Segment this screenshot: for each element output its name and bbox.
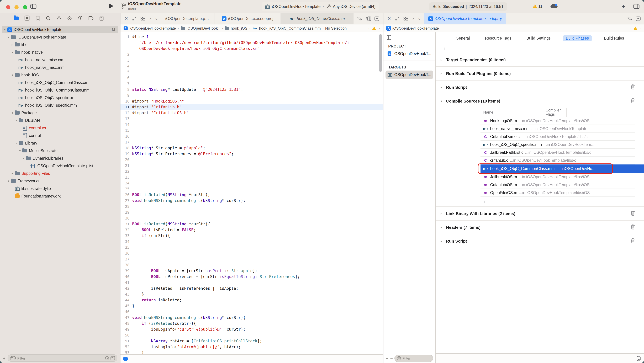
file-tree-row[interactable]: m+hook_iOS_ObjC_CommonClass.mm xyxy=(2,86,118,94)
breadcrumb-project[interactable]: A iOSOpenDevHookTemplate xyxy=(386,26,439,31)
toggle-inspector-icon[interactable] xyxy=(633,4,640,9)
disclosure-closed-icon[interactable]: ▸ xyxy=(440,212,442,215)
code-line[interactable]: 18NSString* Str_apple = @"apple"; xyxy=(120,145,383,151)
line-number[interactable]: 44 xyxy=(120,297,132,303)
issue-warning-icon[interactable] xyxy=(372,26,376,30)
code-line[interactable]: 8static NSString* LastUpdate = @"2024112… xyxy=(120,87,383,92)
toggle-bottom-panel-icon[interactable] xyxy=(637,356,640,361)
code-line[interactable]: 7 xyxy=(120,81,383,87)
line-number[interactable]: 50 xyxy=(120,332,132,338)
line-number[interactable]: 32 xyxy=(120,227,132,233)
remove-target-minus-icon[interactable]: − xyxy=(390,356,393,361)
disclosure-closed-icon[interactable]: ▸ xyxy=(440,72,442,75)
line-number[interactable]: 3 xyxy=(120,57,132,63)
breadcrumb-item[interactable]: AiOSOpenDevHookTemplate xyxy=(123,26,176,31)
code-line[interactable]: 15 xyxy=(120,128,383,133)
compile-source-row[interactable]: CCrifanLibDemo.c...in iOSOpenDevHookTemp… xyxy=(480,133,635,141)
editor-tab[interactable]: AiOSOpenDe...e.xcodeproj xyxy=(214,13,281,24)
build-phase-header[interactable]: ▾Compile Sources (10 items) xyxy=(436,94,644,108)
code-line[interactable]: 42 isRelated = isPreferences || isApple; xyxy=(120,286,383,292)
breadcrumb-item[interactable]: m+hook_iOS_ObjC_CommonClass.mm xyxy=(252,26,320,31)
file-tree-row[interactable]: ▾Frameworks xyxy=(2,177,118,185)
source-control-icon[interactable] xyxy=(24,15,30,21)
code-line[interactable]: OSOpenDevHookTemplate/hook_iOS_ObjC_Comm… xyxy=(120,46,383,52)
disclosure-open-icon[interactable]: ▾ xyxy=(22,157,26,160)
tab-xcodeproj[interactable]: A iOSOpenDevHookTemplate.xcodeproj xyxy=(424,13,506,24)
line-number[interactable]: 30 xyxy=(120,215,132,221)
line-number[interactable]: 24 xyxy=(120,180,132,186)
code-line[interactable]: 51 NSArray *btArr = [CrifanLibiOS printC… xyxy=(120,338,383,344)
line-number[interactable]: 31 xyxy=(120,221,132,227)
editor-layout-grid-icon[interactable] xyxy=(140,16,145,21)
line-number[interactable]: 33 xyxy=(120,233,132,239)
remove-source-minus-icon[interactable]: − xyxy=(490,199,493,205)
line-number[interactable]: 27 xyxy=(120,198,132,204)
add-editor-icon[interactable] xyxy=(374,16,379,21)
line-number[interactable]: 23 xyxy=(120,174,132,180)
line-number[interactable]: 42 xyxy=(120,286,132,292)
delete-phase-trash-icon[interactable] xyxy=(630,84,635,89)
file-tree-row[interactable]: ▾DEBIAN xyxy=(2,117,118,124)
code-line[interactable]: 52 iosLogInfo("btArr=%{public}@", btArr)… xyxy=(120,344,383,350)
delete-phase-trash-icon[interactable] xyxy=(630,238,635,243)
file-tree-row[interactable]: m+hook_iOS_ObjC_CommonClass.xm xyxy=(2,79,118,86)
disclosure-closed-icon[interactable]: ▸ xyxy=(440,85,442,89)
disclosure-open-icon[interactable]: ▾ xyxy=(7,35,10,39)
file-tree-row[interactable]: control.txt xyxy=(2,124,118,132)
disclosure-open-icon[interactable]: ▾ xyxy=(11,50,14,54)
line-number[interactable]: 35 xyxy=(120,245,132,251)
disclosure-closed-icon[interactable]: ▸ xyxy=(440,226,442,229)
code-line[interactable]: 45} xyxy=(120,303,383,309)
next-issue-icon[interactable]: › xyxy=(379,26,380,30)
file-tree-row[interactable]: m+hook_native_misc.mm xyxy=(2,64,118,71)
disclosure-closed-icon[interactable]: ▸ xyxy=(11,172,14,175)
code-line[interactable]: 36 xyxy=(120,251,383,256)
toggle-navigator-icon[interactable] xyxy=(30,4,36,9)
line-number[interactable]: 22 xyxy=(120,169,132,174)
add-item-plus-icon[interactable]: + xyxy=(622,3,625,10)
code-line[interactable]: 49 iosLogInfo("curStr=%{public}@", curSt… xyxy=(120,327,383,332)
breadcrumb-item[interactable]: iOSOpenDevHookT xyxy=(180,26,220,30)
code-line[interactable]: 24 xyxy=(120,180,383,186)
line-number[interactable]: 7 xyxy=(120,81,132,87)
navigator-filter-field[interactable]: Filter xyxy=(8,355,117,362)
add-build-phase-plus-icon[interactable]: + xyxy=(443,45,446,51)
code-line[interactable]: 41 xyxy=(120,280,383,286)
line-number[interactable]: 19 xyxy=(120,151,132,157)
file-tree-row[interactable]: m+hook_iOS_ObjC_specific.xm xyxy=(2,94,118,101)
breadcrumb-item[interactable]: hook_iOS xyxy=(224,26,248,30)
build-phase-header[interactable]: ▸Run Script xyxy=(436,80,644,94)
zoom-window-button[interactable] xyxy=(23,5,27,9)
file-tree-row[interactable]: ▾Library xyxy=(2,139,118,147)
compile-source-row[interactable]: mHookLogiOS.m...in iOSOpenDevHookTemplat… xyxy=(480,117,635,125)
build-phase-header[interactable]: ▸Target Dependencies (0 items) xyxy=(436,53,644,66)
tab-resource-tags[interactable]: Resource Tags xyxy=(482,35,514,41)
editor-layout-grid-icon[interactable] xyxy=(404,16,408,21)
tab-build-settings[interactable]: Build Settings xyxy=(523,35,554,41)
code-line[interactable]: 34 xyxy=(120,239,383,245)
delete-phase-trash-icon[interactable] xyxy=(630,98,635,103)
line-number[interactable] xyxy=(120,40,132,46)
code-line[interactable]: 12#import "CrifanLibiOS.h" xyxy=(120,110,383,116)
line-number[interactable]: 1 xyxy=(120,34,132,40)
editor-mode-chip-icon[interactable] xyxy=(123,357,128,361)
build-phase-header[interactable]: ▸Link Binary With Libraries (2 items) xyxy=(436,207,644,220)
line-number[interactable]: 21 xyxy=(120,163,132,169)
code-line[interactable]: 48 if (isRelated(curStr)){ xyxy=(120,321,383,327)
file-tree-row[interactable]: ▾iOSOpenDevHookTemplate xyxy=(2,33,118,41)
target-item[interactable]: iOSOpenDevHookT... xyxy=(386,70,433,79)
previous-issue-icon[interactable]: ‹ xyxy=(630,26,631,30)
delete-phase-trash-icon[interactable] xyxy=(630,224,635,230)
code-line[interactable]: 25 xyxy=(120,186,383,192)
compile-source-row[interactable]: mCrifanLibiOS.m...in iOSOpenDevHookTempl… xyxy=(480,181,635,189)
breakpoints-icon[interactable] xyxy=(88,16,94,20)
line-number[interactable]: 37 xyxy=(120,256,132,262)
close-editor-icon[interactable]: ✕ xyxy=(388,16,391,21)
line-number[interactable]: 28 xyxy=(120,204,132,210)
code-line[interactable]: "/Users/crifan/dev/dev_root/crifan/githu… xyxy=(120,40,383,46)
code-line[interactable]: 26BOOL isRelated(NSString *curStr); xyxy=(120,192,383,198)
line-number[interactable]: 8 xyxy=(120,87,132,92)
code-line[interactable]: 5 xyxy=(120,69,383,75)
editor-tab[interactable]: iOSOpenDe...mplate.plist xyxy=(161,13,214,24)
go-forward-icon[interactable]: › xyxy=(155,16,157,21)
